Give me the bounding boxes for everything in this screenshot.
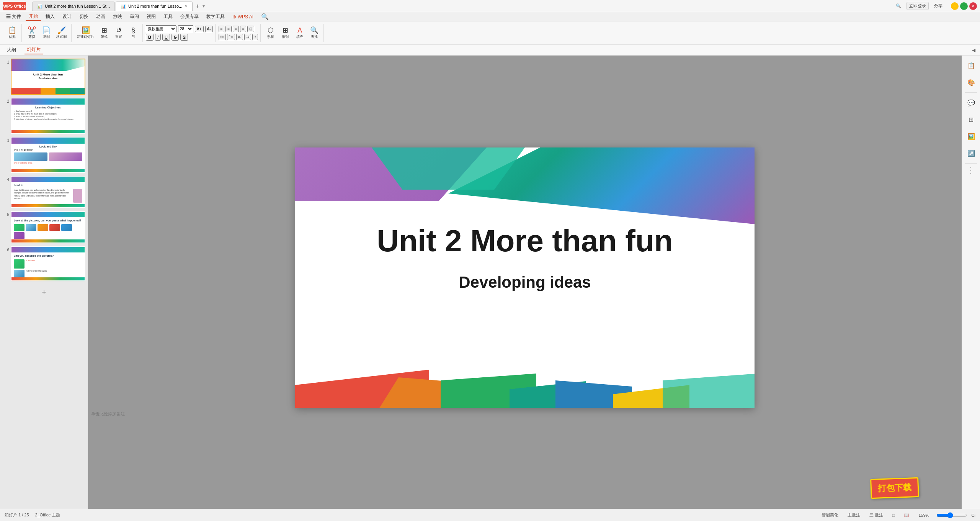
s3-answer: She is watching birds. bbox=[14, 162, 82, 164]
slide-preview-3[interactable]: Look and Say What is the girl doing? She… bbox=[11, 137, 85, 173]
title-bar-right: 🔍 立即登录 分享 − □ ✕ bbox=[893, 2, 977, 10]
indent-less-button[interactable]: ⇤ bbox=[236, 34, 243, 40]
shapes-button[interactable]: ⬡ 形状 bbox=[264, 25, 278, 41]
sidebar-share-btn[interactable]: ↗️ bbox=[964, 146, 978, 160]
bold-button[interactable]: B bbox=[146, 34, 154, 41]
smart-beautify-button[interactable]: 智能美化 bbox=[819, 511, 841, 519]
collapse-panel-button[interactable]: ◀ bbox=[972, 48, 975, 53]
shadow-button[interactable]: S bbox=[180, 34, 188, 41]
maximize-button[interactable]: □ bbox=[960, 2, 968, 10]
minimize-button[interactable]: − bbox=[951, 2, 959, 10]
menu-review[interactable]: 审阅 bbox=[127, 13, 142, 21]
font-size-select[interactable]: 28 bbox=[178, 25, 193, 32]
comment-count-button[interactable]: 三 批注 bbox=[867, 511, 885, 519]
align-center-button[interactable]: ≡ bbox=[225, 26, 232, 32]
zoom-slider[interactable] bbox=[936, 513, 967, 518]
columns-button[interactable]: ⊟ bbox=[247, 26, 254, 32]
login-button[interactable]: 立即登录 bbox=[906, 2, 929, 10]
section-button[interactable]: § 节 bbox=[126, 25, 140, 41]
tool-group-paste: 📋 粘贴 bbox=[3, 24, 22, 42]
slide-preview-6[interactable]: Can you describe the pictures? A bird hu… bbox=[11, 246, 85, 281]
menu-wps-ai[interactable]: ⊕ WPS AI bbox=[229, 13, 256, 20]
menu-teaching[interactable]: 教学工具 bbox=[203, 13, 228, 21]
underline-button[interactable]: U bbox=[162, 34, 170, 41]
s4-title: Lead in bbox=[14, 183, 82, 188]
slide-preview-1[interactable]: Unit 2 More than fun Developing ideas bbox=[11, 59, 85, 95]
outline-view-btn[interactable]: 大纲 bbox=[5, 46, 18, 54]
slide-thumb-1[interactable]: 1 Unit 2 More than fun Developing ideas bbox=[2, 59, 85, 95]
slide-panel[interactable]: 1 Unit 2 More than fun Developing ideas bbox=[0, 56, 88, 509]
slide-preview-2[interactable]: Learning Objectives In this lesson you w… bbox=[11, 98, 85, 134]
sidebar-design-btn[interactable]: 🎨 bbox=[964, 75, 978, 89]
main-comment-button[interactable]: 主批注 bbox=[845, 511, 862, 519]
slide-thumb-4[interactable]: 4 ★ Lead in Many hobbies can give us kno… bbox=[2, 176, 85, 208]
menu-transition[interactable]: 切换 bbox=[76, 13, 91, 21]
cut-button[interactable]: ✂️ 剪切 bbox=[25, 25, 39, 41]
align-right-button[interactable]: ≡ bbox=[233, 26, 239, 32]
slide-preview-5[interactable]: Look at the pictures, can you guess what… bbox=[11, 211, 85, 243]
slide-view-btn[interactable]: 幻灯片 bbox=[24, 46, 43, 54]
slide-num-5: 5 bbox=[2, 211, 9, 217]
download-stamp[interactable]: 打包下载 bbox=[870, 477, 919, 499]
sidebar-layout-btn[interactable]: ⊞ bbox=[964, 113, 978, 126]
line-spacing-button[interactable]: ↕ bbox=[252, 34, 258, 40]
slide-thumb-6[interactable]: 6 Can you describe the pictures? A bird … bbox=[2, 246, 85, 281]
tab-dropdown-icon[interactable]: ▾ bbox=[203, 3, 205, 9]
rs-divider-2 bbox=[965, 163, 977, 164]
font-size-decrease[interactable]: A- bbox=[205, 26, 213, 32]
sidebar-image-btn[interactable]: 🖼️ bbox=[964, 129, 978, 143]
arrange-button[interactable]: ⊞ 排列 bbox=[278, 25, 292, 41]
format-painter-button[interactable]: 🖌️ 格式刷 bbox=[54, 25, 69, 41]
share-button[interactable]: 分享 bbox=[932, 2, 945, 10]
close-button[interactable]: ✕ bbox=[969, 2, 977, 10]
read-view-icon[interactable]: 📖 bbox=[902, 512, 911, 518]
zoom-level[interactable]: 159% bbox=[916, 512, 931, 518]
slide-thumb-5[interactable]: 5 Look at the pictures, can you guess wh… bbox=[2, 211, 85, 243]
ribbon-search[interactable]: 🔍 bbox=[261, 13, 269, 20]
slide-num-1: 1 bbox=[2, 59, 9, 64]
menu-file[interactable]: ☰ 文件 bbox=[3, 13, 24, 21]
indent-more-button[interactable]: ⇥ bbox=[244, 34, 251, 40]
menu-insert[interactable]: 插入 bbox=[42, 13, 58, 21]
sidebar-comment-btn[interactable]: 💬 bbox=[964, 96, 978, 110]
search-global-icon[interactable]: 🔍 bbox=[893, 3, 903, 9]
number-button[interactable]: 1≡ bbox=[227, 34, 235, 40]
layout-button[interactable]: ⊞ 版式 bbox=[97, 25, 111, 41]
menu-design[interactable]: 设计 bbox=[59, 13, 75, 21]
window-controls: − □ ✕ bbox=[951, 2, 977, 10]
find-button[interactable]: 🔍 查找 bbox=[307, 25, 321, 41]
strikethrough-button[interactable]: S bbox=[172, 34, 179, 41]
menu-vip[interactable]: 会员专享 bbox=[177, 13, 202, 21]
bullet-button[interactable]: •≡ bbox=[219, 34, 226, 40]
paste-button[interactable]: 📋 粘贴 bbox=[5, 25, 19, 41]
add-slide-button[interactable]: ＋ bbox=[2, 284, 85, 300]
fill-button[interactable]: A 填充 bbox=[293, 25, 307, 41]
normal-view-icon[interactable]: □ bbox=[890, 512, 897, 518]
italic-button[interactable]: I bbox=[155, 34, 161, 41]
s2-title: Learning Objectives bbox=[14, 106, 82, 109]
copy-button[interactable]: 📄 复制 bbox=[39, 25, 53, 41]
add-tab-button[interactable]: + bbox=[193, 3, 201, 10]
tab-close-icon[interactable]: ✕ bbox=[185, 4, 188, 8]
slide-thumb-3[interactable]: 3 ★ Look and Say What is the girl doing?… bbox=[2, 137, 85, 173]
new-slide-button[interactable]: 🖼️ 新建幻灯片 bbox=[75, 25, 96, 41]
main-slide[interactable]: Unit 2 More than fun Developing ideas bbox=[295, 147, 755, 408]
tab-2[interactable]: 📊 Unit 2 more than fun Lesso... ✕ bbox=[116, 2, 193, 11]
s3-question: What is the girl doing? bbox=[14, 149, 82, 151]
tab-1-label: Unit 2 more than fun Lesson 1 St... bbox=[45, 4, 110, 8]
tab-2-label: Unit 2 more than fun Lesso... bbox=[128, 4, 182, 8]
menu-animation[interactable]: 动画 bbox=[93, 13, 108, 21]
font-size-increase[interactable]: A+ bbox=[195, 26, 204, 32]
justify-button[interactable]: ≡ bbox=[240, 26, 246, 32]
menu-slideshow[interactable]: 放映 bbox=[110, 13, 125, 21]
menu-tools[interactable]: 工具 bbox=[160, 13, 176, 21]
font-family-select[interactable]: 微软雅黑 bbox=[146, 25, 176, 32]
slide-thumb-2[interactable]: 2 Learning Objectives In this lesson you… bbox=[2, 98, 85, 134]
slide-preview-4[interactable]: Lead in Many hobbies can give us knowled… bbox=[11, 176, 85, 208]
sidebar-clipboard-btn[interactable]: 📋 bbox=[964, 59, 978, 72]
align-left-button[interactable]: ≡ bbox=[219, 26, 225, 32]
reset-button[interactable]: ↺ 重置 bbox=[112, 25, 126, 41]
menu-view[interactable]: 视图 bbox=[144, 13, 159, 21]
tab-1[interactable]: 📊 Unit 2 more than fun Lesson 1 St... bbox=[32, 2, 115, 11]
menu-start[interactable]: 开始 bbox=[26, 12, 41, 21]
